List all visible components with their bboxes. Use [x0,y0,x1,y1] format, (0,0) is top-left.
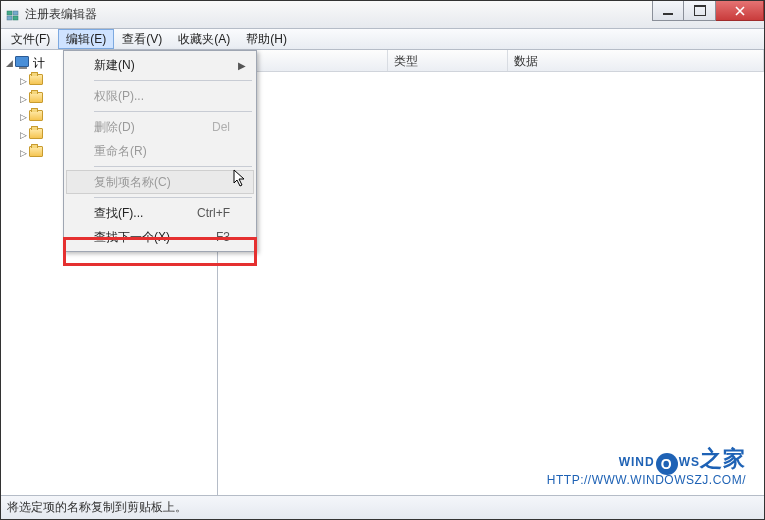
folder-icon [29,146,45,160]
menu-item-shortcut: F3 [216,230,230,244]
computer-icon [15,56,31,70]
menu-view[interactable]: 查看(V) [114,29,170,49]
window-title: 注册表编辑器 [25,6,97,23]
menu-separator [94,166,252,167]
menu-separator [94,197,252,198]
folder-icon [29,110,45,124]
status-text: 将选定项的名称复制到剪贴板上。 [7,499,187,516]
menu-file[interactable]: 文件(F) [3,29,58,49]
menu-help[interactable]: 帮助(H) [238,29,295,49]
svg-rect-0 [7,11,12,15]
expand-arrow-icon[interactable]: ▷ [17,76,29,86]
menu-favorites[interactable]: 收藏夹(A) [170,29,238,49]
menu-item-shortcut: Ctrl+F [197,206,230,220]
menu-item-rename[interactable]: 重命名(R) [66,139,254,163]
menu-item-label: 查找下一个(X) [94,229,170,246]
menu-item-label: 新建(N) [94,57,135,74]
maximize-button[interactable] [684,1,716,21]
collapse-arrow-icon[interactable]: ◢ [3,58,15,68]
window-controls [652,1,764,21]
expand-arrow-icon[interactable]: ▷ [17,112,29,122]
menu-item-label: 查找(F)... [94,205,143,222]
menu-item-label: 复制项名称(C) [94,174,171,191]
menu-item-shortcut: Del [212,120,230,134]
menu-edit[interactable]: 编辑(E) [58,29,114,49]
app-icon [5,7,21,23]
column-data[interactable]: 数据 [508,50,764,71]
menu-separator [94,80,252,81]
folder-icon [29,92,45,106]
tree-root-label: 计 [33,55,45,72]
close-button[interactable] [716,1,764,21]
menu-item-copy-key-name[interactable]: 复制项名称(C) [66,170,254,194]
menu-item-permissions[interactable]: 权限(P)... [66,84,254,108]
expand-arrow-icon[interactable]: ▷ [17,94,29,104]
expand-arrow-icon[interactable]: ▷ [17,130,29,140]
title-bar: 注册表编辑器 [1,1,764,29]
folder-icon [29,74,45,88]
menu-item-find[interactable]: 查找(F)... Ctrl+F [66,201,254,225]
svg-rect-2 [7,16,12,20]
expand-arrow-icon[interactable]: ▷ [17,148,29,158]
edit-menu-dropdown: 新建(N) ▶ 权限(P)... 删除(D) Del 重命名(R) 复制项名称(… [63,50,257,252]
menu-item-label: 重命名(R) [94,143,147,160]
menu-item-find-next[interactable]: 查找下一个(X) F3 [66,225,254,249]
folder-icon [29,128,45,142]
status-bar: 将选定项的名称复制到剪贴板上。 [1,495,764,519]
column-type[interactable]: 类型 [388,50,508,71]
menu-item-delete[interactable]: 删除(D) Del [66,115,254,139]
menu-bar: 文件(F) 编辑(E) 查看(V) 收藏夹(A) 帮助(H) [1,29,764,50]
minimize-button[interactable] [652,1,684,21]
svg-rect-3 [13,16,18,20]
list-panel: 名称 类型 数据 [218,50,764,495]
svg-rect-1 [13,11,18,15]
menu-item-new[interactable]: 新建(N) ▶ [66,53,254,77]
list-header: 名称 类型 数据 [218,50,764,72]
menu-item-label: 权限(P)... [94,88,144,105]
menu-separator [94,111,252,112]
submenu-arrow-icon: ▶ [238,60,246,71]
menu-item-label: 删除(D) [94,119,135,136]
